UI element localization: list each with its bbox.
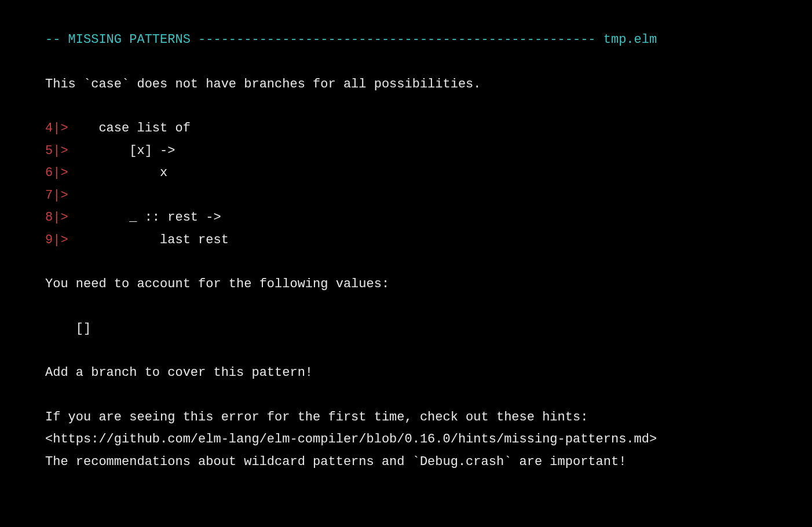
need-account-text: You need to account for the following va… <box>45 273 789 296</box>
code-line: 8|> _ :: rest -> <box>45 207 789 229</box>
line-gutter: 6|> <box>45 166 68 180</box>
header-dashes: ----------------------------------------… <box>191 32 603 47</box>
add-branch-text: Add a branch to cover this pattern! <box>45 362 789 385</box>
recommendations-text: The recommendations about wildcard patte… <box>45 451 789 474</box>
line-gutter: 8|> <box>45 210 68 225</box>
code-line: 4|> case list of <box>45 118 789 140</box>
line-gutter: 9|> <box>45 233 68 247</box>
source-filename: tmp.elm <box>603 32 657 47</box>
error-title: MISSING PATTERNS <box>68 32 191 47</box>
missing-pattern-value: [] <box>45 318 789 341</box>
code-content: _ :: rest -> <box>68 210 221 225</box>
header-prefix: -- <box>45 32 68 47</box>
line-gutter: 4|> <box>45 121 68 136</box>
code-line: 9|> last rest <box>45 229 789 252</box>
code-content: x <box>68 166 168 180</box>
hints-intro: If you are seeing this error for the fir… <box>45 407 789 429</box>
code-line: 5|> [x] -> <box>45 140 789 163</box>
error-intro: This `case` does not have branches for a… <box>45 74 789 96</box>
terminal-output: -- MISSING PATTERNS --------------------… <box>0 29 812 473</box>
hints-url: <https://github.com/elm-lang/elm-compile… <box>45 429 789 451</box>
code-line: 6|> x <box>45 162 789 185</box>
code-content: case list of <box>68 121 191 136</box>
line-gutter: 7|> <box>45 188 68 203</box>
error-header: -- MISSING PATTERNS --------------------… <box>45 29 789 52</box>
code-snippet: 4|> case list of 5|> [x] -> 6|> x 7|> 8|… <box>45 118 789 251</box>
code-line: 7|> <box>45 185 789 207</box>
code-content: [x] -> <box>68 144 175 158</box>
line-gutter: 5|> <box>45 144 68 158</box>
code-content: last rest <box>68 233 229 247</box>
